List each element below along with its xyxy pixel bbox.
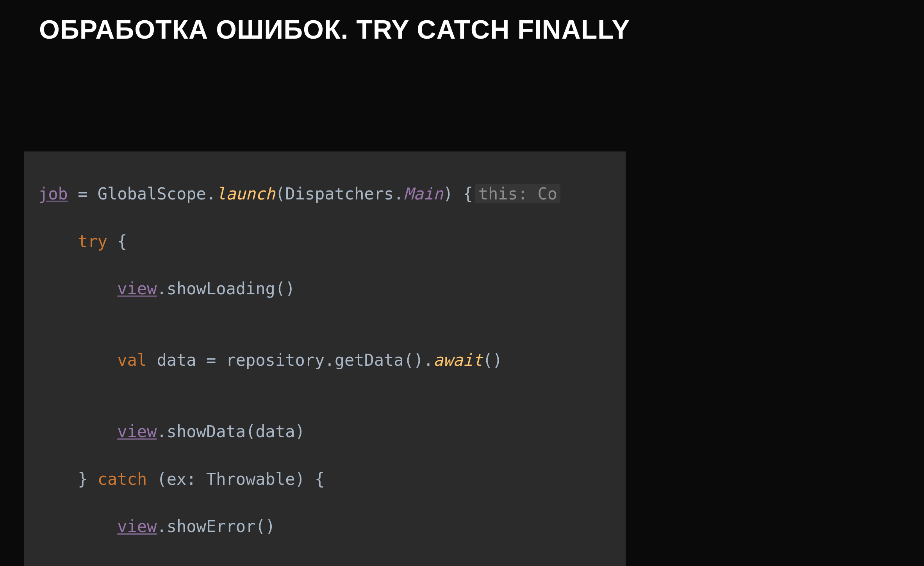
code-line: job = GlobalScope.launch(Dispatchers.Mai… [38,182,612,206]
code-token-punct: . [206,184,216,203]
code-token-punct: . [157,517,166,536]
code-token-ident: Dispatchers [285,184,394,203]
code-line: } catch (ex: Throwable) { [38,468,612,491]
code-token-punct [87,470,97,489]
code-token-method: launch [216,184,275,203]
code-token-keyword: try [78,232,107,251]
code-token-brace: { [177,564,186,566]
code-token-punct [87,564,97,566]
code-token-punct: . [394,184,403,203]
code-token-field: view [117,422,157,441]
code-token-punct: ) [443,184,453,203]
code-token-punct: . [157,279,166,298]
code-token-punct [107,232,117,251]
code-token-punct: (ex: Throwable) [147,470,315,489]
code-token-brace: } [78,470,87,489]
code-token-punct: . [325,351,334,370]
code-token-punct: () [275,279,295,298]
code-token-punct: = [196,351,226,370]
code-token-brace: { [463,184,473,203]
code-token-punct: () [255,517,275,536]
code-token-brace: { [315,470,325,489]
code-block: job = GlobalScope.launch(Dispatchers.Mai… [24,151,626,566]
code-token-punct [147,351,157,370]
slide: ОБРАБОТКА ОШИБОК. TRY CATCH FINALLY job … [0,0,924,566]
code-token-call: showError [167,517,256,536]
code-token-keyword: val [117,351,147,370]
code-token-punct: . [423,351,433,370]
slide-title: ОБРАБОТКА ОШИБОК. TRY CATCH FINALLY [39,14,630,44]
code-token-ident: data [157,351,196,370]
code-token-punct: = [68,184,98,203]
code-token-call: showLoading [167,279,275,298]
inline-hint: this: Co [475,184,560,203]
code-token-field: view [117,279,157,298]
code-token-punct: () [404,351,424,370]
code-token-brace: { [117,232,127,251]
code-line: } finally { [38,562,612,566]
code-line: val data = repository.getData().await() [38,349,612,372]
code-token-ident: repository [226,351,325,370]
code-line: view.showError() [38,515,612,539]
code-line: view.showLoading() [38,277,612,301]
code-token-punct: () [483,351,503,370]
code-line: view.showData(data) [38,420,612,444]
code-token-field: job [38,184,68,203]
code-token-punct: ( [275,184,285,203]
code-token-call: showData [167,422,246,441]
code-token-ident: GlobalScope [98,184,206,203]
code-token-punct: . [157,422,166,441]
code-token-keyword: catch [98,470,147,489]
code-token-field: view [117,517,157,536]
code-token-method: await [433,351,483,370]
code-token-keyword: finally [98,564,167,566]
code-token-punct [453,184,463,203]
code-token-punct: (data) [246,422,305,441]
code-token-static: Main [404,184,443,203]
code-token-call: getData [335,351,404,370]
code-token-brace: } [78,564,87,566]
code-token-punct [167,564,177,566]
code-line: try { [38,230,612,254]
